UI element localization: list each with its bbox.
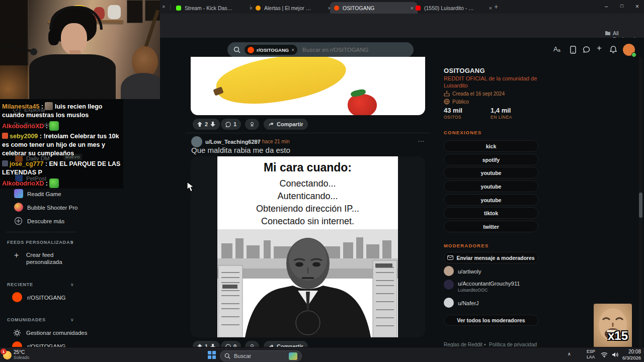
sidebar-item-discover-more[interactable]: Descubre más [27,218,64,224]
moderator-name[interactable]: u/artiwoly [458,268,481,275]
comment-count: 1 [233,121,236,127]
connection-link-youtube[interactable]: youtube [444,180,538,192]
close-icon[interactable]: × [162,4,165,10]
sidebar-item-manage-communities[interactable]: Gestionar comunidades [26,330,87,336]
chat-username: jose_cg777 [10,160,43,167]
language-indicator-line1[interactable]: ESP [587,349,595,354]
chat-overlay: Milanesita45 : luis recien llego cuando … [0,99,123,189]
chevron-down-icon[interactable]: ∨ [70,317,74,322]
moderator-avatar[interactable] [444,280,454,290]
comments-pill[interactable]: 1 [221,119,241,130]
translate-icon[interactable]: Aa [553,45,560,53]
feeds-section-header[interactable]: FEEDS PERSONALIZADAS [7,240,73,245]
upvote-icon[interactable] [197,122,202,127]
headphone-earcup [48,29,59,45]
tab-label: Alertas | El mejor software para [264,5,313,11]
sidebar-item-bubble-shooter[interactable]: Bubble Shooter Pro [27,205,77,211]
tab-kick-dashboard[interactable]: Stream - Kick Dashboard × [172,2,257,14]
chat-message: Milanesita45 : luis recien llego cuando … [2,102,121,120]
members-count: 43 mil [444,107,462,114]
share-pill[interactable]: Compartir [264,119,308,130]
tab-alertas[interactable]: Alertas | El mejor software para × [252,2,335,14]
chat-separator: : [39,103,45,110]
chip-label: r/OSITOGANG [257,47,289,53]
chat-icon[interactable] [583,46,590,53]
search-community-chip[interactable]: r/OSITOGANG × [245,45,297,55]
post-author[interactable]: u/Low_Teaching6287 [205,139,261,145]
window-minimize-icon[interactable]: – [605,3,608,9]
tab-divider [170,5,171,10]
get-app-icon[interactable] [570,46,577,54]
community-title: OSITOGANG [444,67,485,74]
create-post-icon[interactable]: + [597,43,602,53]
vote-pill[interactable]: 2 [193,119,220,130]
post-image-banana[interactable] [191,57,425,115]
wifi-icon[interactable] [601,352,608,357]
connection-link-twitter[interactable]: twitter [444,221,538,232]
clock-time[interactable]: 20:08 [623,349,641,354]
post-title[interactable]: Que maldita rabia me da esto [191,146,290,154]
tray-expand-icon[interactable]: ∧ [568,351,571,356]
connection-link-spotify[interactable]: spotify [444,154,538,165]
sidebar-item-recent-ositogang[interactable]: r/OSITOGANG [27,295,65,301]
notifications-bell-icon[interactable] [610,46,617,54]
award-icon [250,121,255,127]
award-pill[interactable] [245,119,259,130]
weather-description[interactable]: Soleado [14,355,29,360]
post-time: hace 21 min [262,139,289,144]
window-close-icon[interactable]: × [635,3,639,10]
moderator-avatar[interactable] [444,266,454,276]
connection-link-youtube[interactable]: youtube [444,167,538,178]
post-image-meme[interactable]: Mi cara cuando: Conectando... Autentican… [191,156,425,337]
microphone-icon [30,48,37,55]
readit-game-icon [14,189,23,198]
share-label: Compartir [277,121,303,127]
volume-icon[interactable] [612,352,618,357]
chat-separator: : [43,160,49,167]
clock-date[interactable]: 6/3/2026 [619,355,641,360]
new-tab-icon[interactable]: + [494,3,498,11]
scrollbar-thumb[interactable] [639,193,642,218]
emote-combo-overlay: x15 [594,304,632,348]
moderator-avatar[interactable] [444,298,454,308]
tab-ositogang-active[interactable]: OSITOGANG × [330,2,418,14]
share-icon [268,122,274,127]
tab-youtube[interactable]: (1550) Luisardito - YouTube × [412,2,496,14]
windows-start-button[interactable] [208,351,216,359]
communities-section-header[interactable]: COMUNIDADES [7,317,46,322]
wall-poster [127,0,143,23]
combo-counter: x15 [608,329,628,343]
post-menu-icon[interactable]: … [418,135,425,143]
sidebar-item-readit-game[interactable]: Readit Game [27,191,61,197]
message-mods-button[interactable]: Enviar mensaje a moderadores [444,252,538,263]
view-all-mods-button[interactable]: Ver todos los moderadores [444,315,538,326]
chip-remove-icon[interactable]: × [291,47,294,53]
weather-temperature[interactable]: 25°C [14,349,25,355]
moderator-name[interactable]: u/AccountantGrouchy911 [458,281,520,287]
windows-pane [212,351,216,354]
sidebar-item-create-feed-line2[interactable]: personalizada [26,259,62,265]
taskbar-search-box[interactable]: Buscar [220,350,302,361]
envelope-icon [447,255,453,260]
connection-link-kick[interactable]: kick [444,140,538,152]
window-maximize-icon[interactable]: □ [620,3,623,9]
close-icon[interactable]: × [489,5,492,11]
subscriber-badge-icon [2,133,8,139]
sidebar-item-create-feed[interactable]: Crear feed [26,252,53,258]
moderator-name[interactable]: u/NaferJ [458,300,479,306]
downvote-icon[interactable] [210,122,215,127]
connection-link-youtube[interactable]: youtube [444,194,538,206]
photo-emote-icon [45,102,53,110]
mouse-cursor [187,182,195,192]
recent-section-header[interactable]: RECIENTE [7,282,33,287]
youtube-favicon [416,6,421,11]
language-indicator-line2[interactable]: LAA [587,354,595,359]
chevron-down-icon[interactable]: ∨ [70,240,74,245]
connection-link-tiktok[interactable]: tiktok [444,207,538,219]
sidebar-divider [6,232,76,232]
chevron-down-icon[interactable]: ∨ [70,282,74,287]
search-input[interactable] [301,46,389,53]
search-bar[interactable]: r/OSITOGANG × [227,42,414,57]
meme-line: Conectado sin internet. [217,215,398,228]
subreddit-avatar [248,47,254,53]
